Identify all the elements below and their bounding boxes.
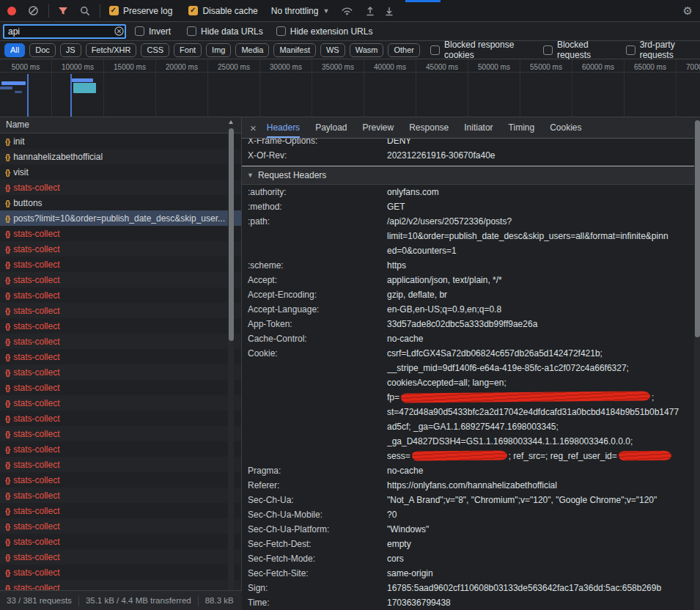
hide-data-urls-toggle[interactable]: Hide data URLs: [187, 26, 263, 37]
checkbox-checked-icon: [109, 6, 119, 15]
headers-content[interactable]: X-Frame-Options:DENYX-Of-Rev:20231226191…: [242, 139, 694, 610]
filter-chip-media[interactable]: Media: [235, 43, 269, 57]
request-row[interactable]: {}stats-collect: [0, 472, 241, 488]
record-button[interactable]: [0, 7, 16, 15]
third-party-requests-toggle[interactable]: 3rd-party requests: [626, 40, 700, 60]
scrollbar-thumb[interactable]: [229, 128, 234, 341]
tab-initiator[interactable]: Initiator: [464, 117, 493, 138]
request-list: {}init{}hannahelizabethofficial{}visit{}…: [0, 133, 241, 590]
timeline-tick-label: 65000 ms: [634, 63, 666, 71]
request-row[interactable]: {}stats-collect: [0, 518, 241, 534]
request-name: stats-collect: [13, 367, 59, 378]
filter-chip-fetch-xhr[interactable]: Fetch/XHR: [86, 43, 137, 57]
request-row[interactable]: {}posts?limit=10&order=publish_date_desc…: [0, 210, 241, 226]
request-row[interactable]: {}stats-collect: [0, 364, 241, 380]
request-row[interactable]: {}hannahelizabethofficial: [0, 149, 241, 164]
request-row[interactable]: {}visit: [0, 164, 241, 180]
request-row[interactable]: {}stats-collect: [0, 287, 241, 303]
filter-chip-js[interactable]: JS: [60, 43, 81, 57]
tab-timing[interactable]: Timing: [509, 117, 535, 138]
request-list-scrollbar[interactable]: [228, 117, 234, 590]
clear-filter-icon[interactable]: [114, 26, 124, 36]
request-row[interactable]: {}stats-collect: [0, 257, 241, 272]
scrollbar-thumb[interactable]: [695, 120, 700, 337]
header-row: Accept:application/json, text/plain, */*: [242, 273, 694, 287]
blocked-response-cookies-toggle[interactable]: Blocked response cookies: [430, 40, 531, 60]
request-row[interactable]: {}init: [0, 133, 241, 149]
details-tabs: HeadersPayloadPreviewResponseInitiatorTi…: [267, 117, 582, 138]
request-name: stats-collect: [13, 583, 59, 591]
hide-extension-urls-toggle[interactable]: Hide extension URLs: [276, 26, 373, 37]
filter-chip-css[interactable]: CSS: [141, 43, 169, 57]
tab-preview[interactable]: Preview: [363, 117, 394, 138]
request-headers-section[interactable]: ▼ Request Headers: [242, 166, 694, 185]
filter-chip-doc[interactable]: Doc: [29, 43, 56, 57]
blocked-requests-label: Blocked requests: [557, 40, 614, 60]
close-details-button[interactable]: ×: [250, 122, 257, 134]
timeline-tick-label: 15000 ms: [114, 63, 146, 71]
filter-chip-font[interactable]: Font: [174, 43, 202, 57]
resources-size: 88.3 kB: [199, 596, 240, 605]
header-value: 33d57ade8c02dbc5a333db99ff9ae26a: [387, 317, 694, 331]
export-har-button[interactable]: [384, 6, 394, 16]
request-row[interactable]: {}stats-collect: [0, 411, 241, 426]
header-value: 16785:5aad9602cf110608b03133de563642fac1…: [387, 581, 694, 595]
request-row[interactable]: {}stats-collect: [0, 180, 241, 195]
header-row: Sign:16785:5aad9602cf110608b03133de56364…: [242, 581, 694, 595]
filter-chip-all[interactable]: All: [4, 43, 25, 57]
request-name: stats-collect: [13, 229, 59, 239]
invert-toggle[interactable]: Invert: [135, 26, 171, 37]
import-har-button[interactable]: [365, 6, 375, 16]
request-row[interactable]: {}stats-collect: [0, 334, 241, 349]
request-row[interactable]: {}stats-collect: [0, 488, 241, 503]
filter-toggle-button[interactable]: [58, 7, 68, 15]
timeline-tick-label: 5000 ms: [12, 63, 40, 71]
request-row[interactable]: {}stats-collect: [0, 580, 241, 590]
tab-cookies[interactable]: Cookies: [550, 117, 581, 138]
request-row[interactable]: {}stats-collect: [0, 457, 241, 472]
request-row[interactable]: {}stats-collect: [0, 426, 241, 441]
request-row[interactable]: {}stats-collect: [0, 549, 241, 565]
name-column-header[interactable]: Name: [0, 117, 241, 133]
request-row[interactable]: {}stats-collect: [0, 349, 241, 364]
preserve-log-toggle[interactable]: Preserve log: [109, 6, 172, 16]
header-value: /api2/v2/users/20572336/posts?limit=10&o…: [387, 214, 694, 258]
tab-headers[interactable]: Headers: [267, 117, 300, 138]
request-row[interactable]: {}stats-collect: [0, 226, 241, 241]
request-row[interactable]: {}stats-collect: [0, 272, 241, 287]
request-row[interactable]: {}stats-collect: [0, 534, 241, 549]
request-name: stats-collect: [13, 552, 59, 562]
filter-input[interactable]: [3, 24, 126, 39]
request-row[interactable]: {}stats-collect: [0, 303, 241, 318]
overview-timeline[interactable]: 5000 ms10000 ms15000 ms20000 ms25000 ms3…: [0, 59, 700, 117]
request-row[interactable]: {}stats-collect: [0, 318, 241, 334]
request-row[interactable]: {}stats-collect: [0, 380, 241, 395]
filter-chip-ws[interactable]: WS: [320, 43, 345, 57]
filter-chip-wasm[interactable]: Wasm: [350, 43, 384, 57]
request-name: stats-collect: [13, 260, 59, 270]
details-scrollbar[interactable]: [694, 117, 700, 610]
settings-button[interactable]: ⚙: [683, 4, 693, 18]
blocked-requests-toggle[interactable]: Blocked requests: [543, 40, 614, 60]
scroll-up-arrow-icon[interactable]: [229, 120, 233, 124]
search-button[interactable]: [80, 6, 90, 16]
clear-network-log-button[interactable]: [28, 5, 39, 16]
request-row[interactable]: {}stats-collect: [0, 565, 241, 580]
request-row[interactable]: {}stats-collect: [0, 503, 241, 518]
request-row[interactable]: {}stats-collect: [0, 241, 241, 257]
network-conditions-button[interactable]: [341, 6, 353, 15]
header-row: Sec-Ch-Ua:"Not_A Brand";v="8", "Chromium…: [242, 493, 694, 507]
request-row[interactable]: {}stats-collect: [0, 395, 241, 411]
request-name: stats-collect: [13, 567, 59, 578]
header-name: Cookie:: [242, 346, 387, 463]
disable-cache-toggle[interactable]: Disable cache: [188, 6, 257, 16]
filter-chip-img[interactable]: Img: [206, 43, 231, 57]
network-toolbar: Preserve log Disable cache No throttling…: [0, 0, 700, 22]
filter-chip-other[interactable]: Other: [388, 43, 420, 57]
tab-response[interactable]: Response: [409, 117, 449, 138]
filter-chip-manifest[interactable]: Manifest: [273, 43, 316, 57]
request-row[interactable]: {}stats-collect: [0, 441, 241, 457]
tab-payload[interactable]: Payload: [315, 117, 347, 138]
throttling-select[interactable]: No throttling ▼: [271, 6, 330, 16]
request-row[interactable]: {}buttons: [0, 195, 241, 210]
